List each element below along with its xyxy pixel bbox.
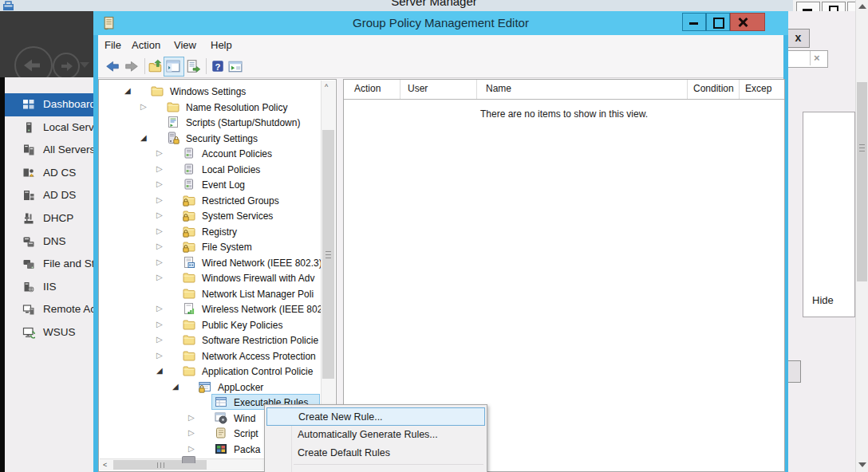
menu-action[interactable]: Action	[132, 39, 160, 51]
background-small-button[interactable]	[787, 360, 801, 383]
scroll-up-icon[interactable]: ^	[325, 83, 328, 91]
expand-collapsed-icon[interactable]: ▷	[156, 320, 163, 328]
tree-item-event-log[interactable]: ▷Event Log	[99, 177, 337, 193]
column-header-name[interactable]: Name	[486, 83, 511, 94]
menu-help[interactable]: Help	[211, 39, 232, 51]
clear-search-icon[interactable]: ×	[814, 52, 820, 64]
tree-item-network-access-protection[interactable]: ▷Network Access Protection	[99, 348, 337, 364]
nav-dropdown-caret[interactable]	[80, 62, 89, 68]
expand-collapsed-icon[interactable]: ▷	[140, 102, 147, 111]
tree-item-wired-network-ieee-802-3-[interactable]: ▷Wired Network (IEEE 802.3)	[99, 255, 337, 271]
sidebar-item-iis[interactable]: IIS	[5, 276, 93, 299]
expand-expanded-icon[interactable]: ◢	[140, 133, 147, 142]
column-separator[interactable]	[476, 80, 477, 99]
column-header-action[interactable]: Action	[354, 83, 381, 94]
tree-item-system-services[interactable]: ▷System Services	[99, 208, 337, 224]
expand-collapsed-icon[interactable]: ▷	[156, 273, 163, 281]
column-separator[interactable]	[400, 80, 400, 99]
expand-expanded-icon[interactable]: ◢	[172, 382, 179, 391]
expand-collapsed-icon[interactable]: ▷	[156, 148, 163, 157]
tree-item-label: File System	[202, 242, 252, 253]
expand-collapsed-icon[interactable]: ▷	[156, 335, 163, 344]
column-separator[interactable]	[739, 80, 740, 99]
gpme-close-button[interactable]	[730, 13, 765, 31]
context-menu-item-create-default-rules[interactable]: Create Default Rules	[266, 444, 485, 462]
os-vertical-scrollbar[interactable]	[855, 0, 868, 472]
tree-item-name-resolution-policy[interactable]: ▷Name Resolution Policy	[99, 100, 337, 116]
wsus-icon	[22, 326, 35, 339]
scrollbar-thumb[interactable]	[857, 82, 867, 281]
expand-expanded-icon[interactable]: ◢	[156, 366, 163, 375]
tree-item-wireless-network-ieee-802[interactable]: ▷Wireless Network (IEEE 802	[99, 301, 337, 317]
sidebar-item-file-and-sto[interactable]: File and Sto	[5, 253, 93, 276]
tree-item-restricted-groups[interactable]: ▷Restricted Groups	[99, 193, 337, 209]
expand-collapsed-icon[interactable]: ▷	[156, 164, 163, 173]
back-icon[interactable]	[105, 59, 120, 73]
background-search-box[interactable]: ×	[787, 50, 828, 68]
expand-collapsed-icon[interactable]: ▷	[156, 210, 163, 219]
expand-expanded-icon[interactable]: ◢	[124, 86, 131, 95]
column-header-condition[interactable]: Condition	[693, 83, 734, 94]
new-window-icon[interactable]	[228, 59, 243, 73]
sidebar-item-remote-ac[interactable]: Remote Ac	[5, 298, 93, 321]
gpme-minimize-button[interactable]	[682, 13, 706, 31]
sidebar-item-ad-cs[interactable]: AD CS	[5, 162, 93, 185]
expand-collapsed-icon[interactable]: ▷	[156, 351, 163, 360]
tree-item-software-restriction-policie[interactable]: ▷Software Restriction Policie	[99, 332, 337, 348]
background-close-button[interactable]: x	[787, 29, 810, 48]
tree-item-network-list-manager-poli[interactable]: Network List Manager Poli	[99, 286, 337, 302]
expand-collapsed-icon[interactable]: ▷	[188, 413, 195, 422]
sidebar-item-dashboard[interactable]: Dashboard	[5, 93, 93, 116]
expand-collapsed-icon[interactable]: ▷	[156, 226, 163, 235]
column-separator[interactable]	[687, 80, 688, 99]
sidebar-item-all-servers[interactable]: All Servers	[5, 139, 93, 162]
tree-item-scripts-startup-shutdown-[interactable]: Scripts (Startup/Shutdown)	[99, 115, 337, 131]
sidebar-item-wsus[interactable]: WSUS	[5, 321, 93, 344]
expand-collapsed-icon[interactable]: ▷	[156, 179, 163, 188]
expand-collapsed-icon[interactable]: ▷	[156, 258, 163, 266]
menu-view[interactable]: View	[174, 39, 196, 51]
folder-icon	[151, 85, 164, 97]
forward-icon[interactable]	[124, 59, 139, 73]
tree-item-account-policies[interactable]: ▷Account Policies	[99, 146, 337, 162]
show-console-icon[interactable]	[166, 59, 180, 73]
gpme-titlebar[interactable]: Group Policy Management Editor	[93, 11, 788, 35]
tree-item-registry[interactable]: ▷Registry	[99, 224, 337, 240]
hide-button[interactable]: Hide	[812, 294, 834, 306]
all-servers-icon	[22, 144, 35, 156]
gpme-maximize-button[interactable]	[706, 13, 730, 31]
tree-item-windows-settings[interactable]: ◢Windows Settings	[99, 84, 337, 100]
tree-item-applocker[interactable]: ◢AppLocker	[99, 380, 337, 395]
list-column-header[interactable]: ActionUserNameConditionExcep	[344, 80, 784, 100]
export-list-icon[interactable]	[186, 59, 200, 73]
context-menu-item-automatically-generate-rules-[interactable]: Automatically Generate Rules...	[266, 426, 485, 444]
expand-collapsed-icon[interactable]: ▷	[188, 428, 195, 437]
sidebar-item-dhcp[interactable]: DHCP	[5, 207, 93, 230]
tree-item-application-control-policie[interactable]: ◢Application Control Policie	[99, 364, 337, 380]
context-menu-item-view[interactable]: View	[266, 467, 485, 472]
expand-collapsed-icon[interactable]: ▷	[156, 242, 163, 250]
menu-file[interactable]: File	[105, 39, 121, 51]
tree-item-security-settings[interactable]: ◢Security Settings	[99, 131, 337, 147]
tree-item-windows-firewall-with-adv[interactable]: ▷Windows Firewall with Adv	[99, 270, 337, 286]
sidebar-item-ad-ds[interactable]: AD DS	[5, 184, 93, 207]
expand-collapsed-icon[interactable]: ▷	[156, 195, 163, 204]
tree-item-local-policies[interactable]: ▷Local Policies	[99, 162, 337, 178]
expand-collapsed-icon[interactable]: ▷	[188, 444, 195, 453]
column-header-excep[interactable]: Excep	[745, 83, 771, 94]
help-icon[interactable]: ?	[211, 59, 225, 73]
tree-scrollbar-thumb[interactable]	[322, 130, 334, 379]
scroll-down-icon[interactable]	[858, 462, 866, 467]
sidebar-item-dns[interactable]: DNS	[5, 230, 93, 254]
forward-nav-button[interactable]	[53, 53, 80, 80]
scroll-up-icon[interactable]	[858, 4, 866, 9]
column-header-user[interactable]: User	[408, 83, 428, 94]
tree-item-file-system[interactable]: ▷File System	[99, 239, 337, 255]
context-menu-item-create-new-rule-[interactable]: Create New Rule...	[266, 407, 485, 426]
tree-item-label: Wireless Network (IEEE 802	[202, 304, 322, 315]
export-parent-icon[interactable]	[148, 59, 163, 73]
sidebar-item-local-serve[interactable]: Local Serve	[5, 116, 93, 140]
tree-item-public-key-policies[interactable]: ▷Public Key Policies	[99, 317, 337, 333]
scroll-left-icon[interactable]: <	[103, 461, 107, 469]
expand-collapsed-icon[interactable]: ▷	[156, 304, 163, 313]
